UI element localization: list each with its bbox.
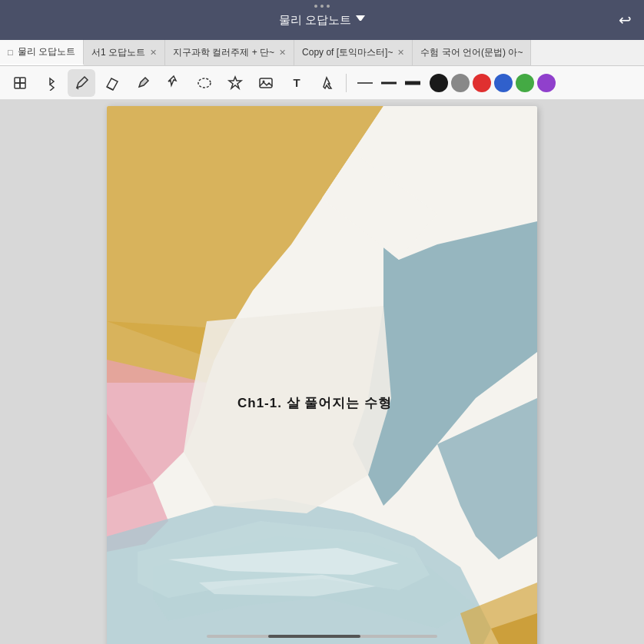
color-black[interactable] [430,74,448,92]
color-blue[interactable] [494,74,513,92]
tab-icon-physics: □ [8,48,13,57]
color-gray[interactable] [451,74,470,92]
svg-marker-7 [168,76,176,85]
tab-label-korean: 수험 국어 언어(문법) 아~ [420,46,523,59]
page-chapter-text: Ch1-1. 살 풀어지는 수형 [237,394,392,412]
tab-label-copy: Copy of [토익마스터]~ [302,46,393,59]
title-dropdown-icon[interactable] [356,15,365,25]
tool-pointer[interactable] [314,69,341,97]
text-tool-label: T [293,76,300,89]
tab-science1[interactable]: 서1 오답노트 ✕ [84,40,165,65]
page-artwork [107,106,537,644]
tool-bluetooth[interactable] [37,69,65,97]
tab-earth[interactable]: 지구과학 컬러주제 + 단~ ✕ [165,40,294,65]
tab-close-earth[interactable]: ✕ [279,48,286,57]
tool-eraser[interactable] [98,69,126,97]
title-bar: 물리 오답노트 ↩ [0,0,644,40]
bluetooth-icon [43,75,58,91]
stroke-options [354,75,423,91]
back-button[interactable]: ↩ [619,11,632,29]
tool-shapes[interactable] [221,69,249,97]
tool-magic[interactable] [6,69,34,97]
tab-label-earth: 지구과학 컬러주제 + 단~ [173,46,274,59]
svg-line-6 [107,87,113,90]
toolbar-divider-1 [346,74,347,92]
magic-icon [12,75,28,91]
shapes-icon [227,75,244,91]
marker-icon [134,75,151,91]
toolbar: T [0,66,644,100]
tab-physics[interactable]: □ 물리 오답노트 [0,40,84,65]
color-red[interactable] [473,74,491,92]
svg-point-8 [198,78,211,88]
tool-select[interactable] [160,69,188,97]
image-icon [257,75,274,91]
tab-close-copy[interactable]: ✕ [397,48,404,57]
svg-rect-0 [15,78,20,83]
svg-marker-9 [229,77,241,88]
svg-line-5 [77,88,78,89]
scroll-thumb[interactable] [268,635,360,638]
thick-stroke-icon [402,75,423,91]
eraser-icon [104,75,121,91]
tool-marker[interactable] [129,69,157,97]
stroke-medium[interactable] [378,75,400,91]
tool-pen[interactable] [68,69,95,97]
tab-label-science1: 서1 오답노트 [91,46,145,59]
app-title: 물리 오답노트 [279,13,365,28]
color-green[interactable] [516,74,534,92]
tab-korean[interactable]: 수험 국어 언어(문법) 아~ [413,40,531,65]
title-bar-dots [314,5,330,8]
tool-text[interactable]: T [283,69,310,97]
tab-copy[interactable]: Copy of [토익마스터]~ ✕ [294,40,413,65]
select-icon [165,75,182,91]
svg-rect-3 [20,83,25,88]
svg-rect-2 [15,83,20,88]
tab-bar: □ 물리 오답노트 서1 오답노트 ✕ 지구과학 컬러주제 + 단~ ✕ Cop… [0,40,644,66]
tool-image[interactable] [252,69,280,97]
stroke-thin[interactable] [354,75,376,91]
stroke-thick[interactable] [402,75,423,91]
color-purple[interactable] [537,74,556,92]
title-label: 물리 오답노트 [279,13,351,28]
tool-lasso[interactable] [191,69,218,97]
thin-stroke-icon [354,75,376,91]
pen-icon [73,75,90,91]
notebook-page[interactable]: Ch1-1. 살 풀어지는 수형 [107,106,537,644]
scrollbar[interactable] [207,635,437,638]
lasso-icon [196,75,213,91]
medium-stroke-icon [378,75,400,91]
pointer-icon [319,75,336,91]
main-canvas-area: Ch1-1. 살 풀어지는 수형 [0,100,644,644]
svg-rect-1 [20,78,25,83]
svg-rect-10 [260,78,272,88]
tab-close-science1[interactable]: ✕ [150,48,157,57]
tab-label-physics: 물리 오답노트 [18,45,75,58]
